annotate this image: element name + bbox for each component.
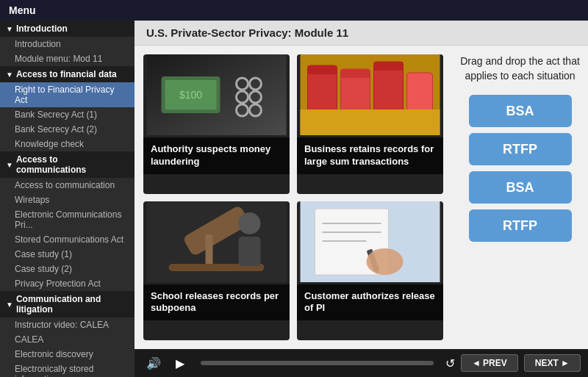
card-business[interactable]: Business retains records for large sum t… bbox=[297, 54, 443, 194]
sidebar-item-case1[interactable]: Case study (1) bbox=[0, 247, 135, 262]
bottom-bar: 🔊 ▶ ↺ ◄ PREV NEXT ► bbox=[135, 349, 588, 377]
chevron-icon: ▼ bbox=[6, 25, 13, 33]
sidebar-item-knowledge[interactable]: Knowledge check bbox=[0, 137, 135, 151]
sidebar-item-case2[interactable]: Case study (2) bbox=[0, 262, 135, 276]
card-authority-label: Authority suspects money laundering bbox=[143, 137, 290, 174]
drop-btn-rtfp-2[interactable]: RTFP bbox=[469, 209, 572, 242]
svg-text:$100: $100 bbox=[179, 89, 202, 101]
svg-rect-24 bbox=[239, 237, 261, 266]
sidebar-item-ecp[interactable]: Electronic Communications Pri... bbox=[0, 207, 135, 232]
sidebar-item-bsa1[interactable]: Bank Secrecy Act (1) bbox=[0, 107, 135, 122]
card-school[interactable]: School releases records per subpoena bbox=[143, 201, 290, 341]
module-title: U.S. Private-Sector Privacy: Module 11 bbox=[135, 21, 588, 46]
sidebar-section-financial[interactable]: ▼ Access to financial data bbox=[0, 66, 135, 82]
card-image-1: $100 bbox=[143, 54, 290, 135]
sidebar-section-label-4: Communication and litigation bbox=[16, 294, 129, 315]
sidebar-item-access-comm[interactable]: Access to communication bbox=[0, 178, 135, 193]
sidebar-item-rtfp[interactable]: Right to Financial Privacy Act bbox=[0, 82, 135, 107]
card-image-4 bbox=[297, 201, 443, 282]
replay-button[interactable]: ↺ bbox=[445, 356, 455, 370]
chevron-icon-3: ▼ bbox=[6, 161, 13, 169]
sidebar-section-introduction[interactable]: ▼ Introduction bbox=[0, 21, 135, 37]
drop-btn-bsa-2[interactable]: BSA bbox=[469, 171, 572, 204]
card-image-3 bbox=[143, 201, 290, 282]
content-body: $100 Authority suspects money laundering bbox=[135, 46, 588, 349]
sidebar-section-label-3: Access to communications bbox=[16, 154, 129, 175]
svg-point-32 bbox=[367, 248, 404, 275]
next-button[interactable]: NEXT ► bbox=[524, 354, 581, 372]
card-image-2 bbox=[297, 54, 443, 135]
svg-rect-15 bbox=[308, 65, 337, 74]
sidebar-item-ppa[interactable]: Privacy Protection Act bbox=[0, 276, 135, 291]
sidebar-section-label: Introduction bbox=[16, 24, 68, 34]
card-customer[interactable]: Customer authorizes release of PI bbox=[297, 201, 443, 341]
sidebar-item-calea[interactable]: CALEA bbox=[0, 332, 135, 347]
svg-rect-18 bbox=[301, 109, 440, 135]
drop-btn-bsa-1[interactable]: BSA bbox=[469, 95, 572, 127]
svg-point-23 bbox=[239, 212, 261, 234]
sidebar-section-litigation[interactable]: ▼ Communication and litigation bbox=[0, 291, 135, 317]
card-authority[interactable]: $100 Authority suspects money laundering bbox=[143, 54, 290, 194]
sidebar-item-module-menu[interactable]: Module menu: Mod 11 bbox=[0, 51, 135, 66]
progress-bar[interactable] bbox=[201, 361, 434, 365]
volume-button[interactable]: 🔊 bbox=[142, 355, 165, 372]
card-customer-label: Customer authorizes release of PI bbox=[297, 284, 443, 321]
sidebar-item-bsa2[interactable]: Bank Secrecy Act (2) bbox=[0, 122, 135, 137]
content-area: U.S. Private-Sector Privacy: Module 11 bbox=[135, 21, 588, 377]
prev-button[interactable]: ◄ PREV bbox=[461, 354, 518, 372]
drop-btn-rtfp-1[interactable]: RTFP bbox=[469, 133, 572, 165]
drag-drop-area: $100 Authority suspects money laundering bbox=[135, 46, 452, 349]
drop-instruction: Drag and drop the act that applies to ea… bbox=[459, 54, 581, 83]
chevron-icon-4: ▼ bbox=[6, 301, 13, 309]
card-business-label: Business retains records for large sum t… bbox=[297, 137, 443, 174]
sidebar-item-introduction[interactable]: Introduction bbox=[0, 37, 135, 51]
sidebar-item-calea-video[interactable]: Instructor video: CALEA bbox=[0, 317, 135, 332]
app-header: Menu bbox=[0, 0, 588, 21]
card-school-label: School releases records per subpoena bbox=[143, 284, 290, 321]
sidebar-item-wiretaps[interactable]: Wiretaps bbox=[0, 193, 135, 207]
sidebar-section-label-2: Access to financial data bbox=[16, 69, 117, 79]
chevron-icon-2: ▼ bbox=[6, 71, 13, 79]
svg-rect-16 bbox=[341, 69, 370, 78]
sidebar-section-communications[interactable]: ▼ Access to communications bbox=[0, 151, 135, 178]
sidebar-item-sca[interactable]: Stored Communications Act bbox=[0, 232, 135, 247]
menu-label: Menu bbox=[9, 4, 36, 16]
play-button[interactable]: ▶ bbox=[171, 355, 189, 372]
sidebar-item-esi[interactable]: Electronically stored informati... bbox=[0, 362, 135, 377]
drop-panel: Drag and drop the act that applies to ea… bbox=[452, 46, 588, 349]
svg-rect-17 bbox=[374, 62, 404, 71]
sidebar-item-ediscovery[interactable]: Electronic discovery bbox=[0, 347, 135, 362]
sidebar: ▼ Introduction Introduction Module menu:… bbox=[0, 21, 135, 377]
